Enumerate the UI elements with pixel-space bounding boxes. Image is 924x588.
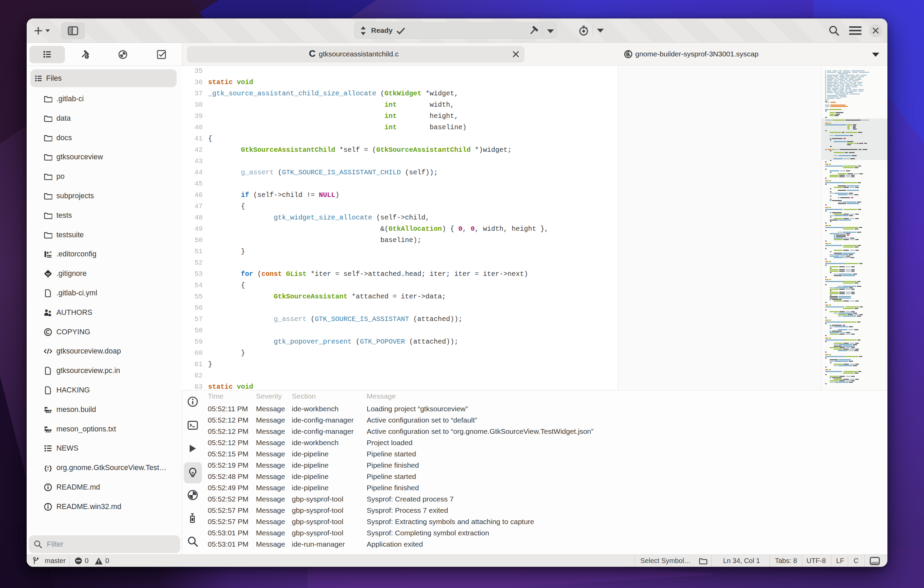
svg-text:}: } (48, 464, 52, 472)
svg-text:{: { (44, 464, 48, 472)
